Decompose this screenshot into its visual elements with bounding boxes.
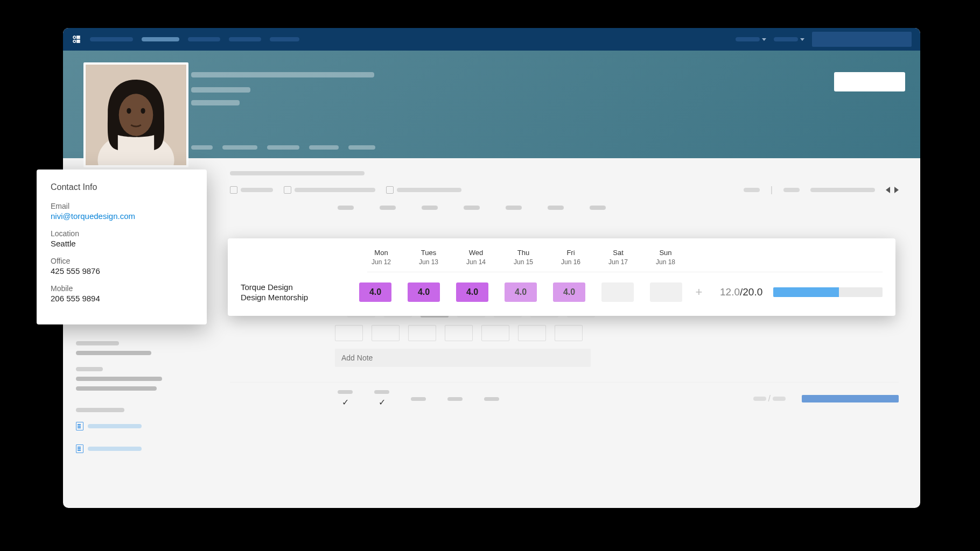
toolbar-placeholder: [744, 188, 760, 192]
hour-cell-empty[interactable]: [481, 325, 509, 341]
timesheet-card: MonJun 12 TuesJun 13 WedJun 14 ThuJun 15…: [228, 238, 895, 316]
hero-tab[interactable]: [267, 145, 299, 150]
day-status: [447, 397, 463, 401]
office-label: Office: [51, 257, 193, 265]
nav-item[interactable]: [270, 37, 299, 41]
document-icon: [76, 422, 83, 430]
sidebar-placeholder: [76, 367, 103, 371]
sidebar-link-placeholder: [88, 447, 142, 451]
svg-point-10: [141, 108, 145, 114]
nav-item[interactable]: [229, 37, 261, 41]
divider: [230, 382, 899, 383]
sidebar-placeholder: [76, 377, 162, 381]
nav-dropdown[interactable]: [736, 37, 766, 41]
contact-email-field: Email nivi@torquedesign.com: [51, 202, 193, 221]
hour-cell-tue[interactable]: 4.0: [408, 282, 440, 302]
add-note-input[interactable]: [335, 349, 591, 367]
sidebar-placeholder: [76, 408, 124, 412]
hour-cell-empty[interactable]: [372, 325, 400, 341]
divider: |: [771, 185, 773, 195]
add-hours-button[interactable]: +: [691, 284, 707, 300]
hour-cell-empty[interactable]: [445, 325, 473, 341]
email-value[interactable]: nivi@torquedesign.com: [51, 211, 193, 221]
day-status: ✓: [338, 390, 353, 407]
hours-total: 12.0/20.0: [720, 286, 762, 298]
toolbar-item[interactable]: [284, 186, 375, 194]
hour-cell-wed[interactable]: 4.0: [456, 282, 488, 302]
timesheet-header: MonJun 12 TuesJun 13 WedJun 14 ThuJun 15…: [367, 248, 883, 272]
hero-tab[interactable]: [222, 145, 257, 150]
sidebar-doc-link[interactable]: [76, 422, 195, 430]
contact-info-title: Contact Info: [51, 182, 193, 192]
nav-item[interactable]: [188, 37, 220, 41]
hour-cell-empty[interactable]: [518, 325, 546, 341]
day-header-sun: SunJun 18: [652, 248, 680, 266]
sidebar-placeholder: [76, 386, 157, 391]
prev-week-button[interactable]: [886, 187, 890, 193]
contact-mobile-field: Mobile 206 555 9894: [51, 284, 193, 303]
next-week-button[interactable]: [894, 187, 899, 193]
document-icon: [76, 444, 83, 453]
day-status: [411, 397, 426, 401]
svg-rect-1: [77, 36, 80, 37]
email-label: Email: [51, 202, 193, 210]
checkmark-icon: ✓: [379, 397, 386, 407]
hero-action-button[interactable]: [834, 72, 905, 91]
hour-cell-empty[interactable]: [408, 325, 436, 341]
sidebar-link-placeholder: [88, 424, 142, 428]
day-pill: [464, 206, 480, 210]
hour-cell-empty[interactable]: [555, 325, 583, 341]
mobile-label: Mobile: [51, 284, 193, 293]
top-nav: [63, 28, 920, 51]
day-status: [484, 397, 499, 401]
contact-info-popover: Contact Info Email nivi@torquedesign.com…: [37, 169, 207, 324]
sidebar-placeholder: [76, 341, 119, 345]
project-label: Torque Design Design Mentorship: [241, 282, 359, 303]
section-heading-placeholder: [230, 171, 365, 175]
hero-tab[interactable]: [191, 145, 213, 150]
checkmark-icon: ✓: [342, 397, 349, 407]
skeleton-rows: + /: [230, 301, 899, 407]
timesheet-row: Torque Design Design Mentorship 4.0 4.0 …: [241, 282, 883, 303]
profile-avatar[interactable]: [83, 62, 188, 167]
toolbar-placeholder: [783, 188, 800, 192]
hour-cell-sat[interactable]: [601, 282, 634, 302]
contact-location-field: Location Seattle: [51, 229, 193, 248]
svg-rect-5: [77, 42, 80, 43]
profile-name-placeholder: [191, 72, 374, 77]
hour-cell-thu[interactable]: 4.0: [505, 282, 537, 302]
day-header-tue: TuesJun 13: [415, 248, 443, 266]
location-value: Seattle: [51, 239, 193, 248]
target-icon: [386, 186, 394, 194]
fraction-placeholder: /: [753, 394, 786, 404]
app-logo-icon: [72, 34, 81, 44]
svg-point-9: [127, 108, 131, 114]
toolbar-item[interactable]: [386, 186, 461, 194]
day-header-wed: WedJun 14: [462, 248, 490, 266]
location-label: Location: [51, 229, 193, 238]
nav-dropdown[interactable]: [774, 37, 804, 41]
office-value: 425 555 9876: [51, 266, 193, 276]
toolbar-item[interactable]: [230, 186, 273, 194]
search-input[interactable]: [812, 32, 912, 47]
svg-rect-4: [77, 40, 80, 41]
toolbar: |: [230, 185, 899, 195]
hour-cell-empty[interactable]: [335, 325, 363, 341]
hour-cell-sun[interactable]: [650, 282, 682, 302]
profile-subtitle-placeholder: [191, 87, 250, 93]
hero-tab[interactable]: [348, 145, 375, 150]
nav-item-active[interactable]: [142, 37, 179, 41]
plus-square-icon: [284, 186, 291, 194]
profile-meta-placeholder: [191, 100, 240, 105]
sidebar-doc-link[interactable]: [76, 444, 195, 453]
summary-row: ✓ ✓ /: [230, 390, 899, 407]
hour-cell-fri[interactable]: 4.0: [553, 282, 585, 302]
hour-cells: 4.0 4.0 4.0 4.0 4.0: [359, 282, 682, 302]
hour-cell-mon[interactable]: 4.0: [359, 282, 391, 302]
hero-tab[interactable]: [309, 145, 339, 150]
day-pill: [590, 206, 606, 210]
profile-hero: [63, 51, 920, 158]
mobile-value: 206 555 9894: [51, 294, 193, 303]
day-pill: [380, 206, 396, 210]
nav-item[interactable]: [90, 37, 133, 41]
